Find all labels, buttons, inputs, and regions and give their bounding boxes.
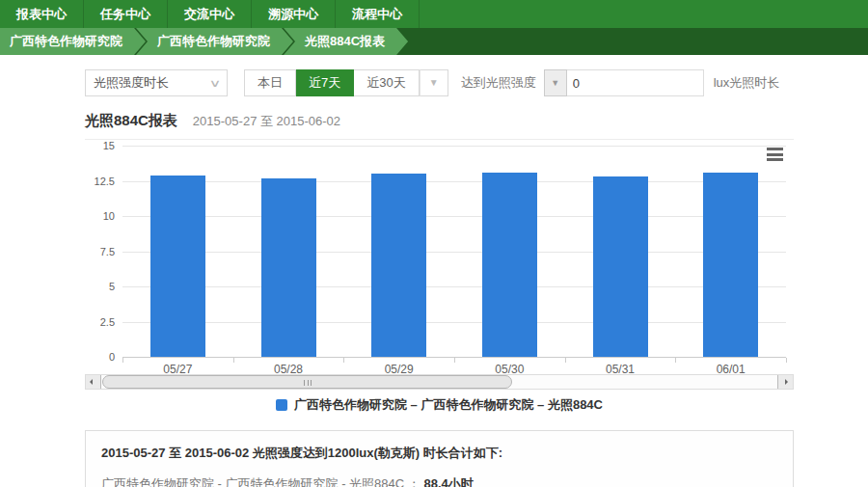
chart-horizontal-scrollbar[interactable]	[85, 374, 794, 390]
report-date-range: 2015-05-27 至 2015-06-02	[193, 113, 340, 130]
summary-heading: 2015-05-27 至 2015-06-02 光照强度达到1200lux(勒克…	[101, 445, 777, 462]
nav-item-communication-center[interactable]: 交流中心	[168, 0, 252, 28]
y-gridline	[122, 322, 786, 323]
chart-legend-item[interactable]: 广西特色作物研究院 – 广西特色作物研究院 – 光照884C	[85, 396, 794, 414]
threshold-input-group: ▼	[544, 69, 704, 96]
breadcrumb-item-institute[interactable]: 广西特色作物研究院	[0, 28, 146, 55]
nav-item-report-center[interactable]: 报表中心	[0, 0, 84, 28]
x-axis-tick	[786, 358, 787, 363]
legend-color-swatch	[276, 399, 287, 411]
summary-total-value: 88.4小时	[423, 476, 473, 487]
report-type-select[interactable]: 光照强度时长 ∨	[85, 69, 228, 96]
bar-05/27	[150, 176, 205, 357]
scrollbar-grip-icon	[304, 380, 312, 386]
breadcrumb: 广西特色作物研究院 广西特色作物研究院 光照884C报表	[0, 28, 868, 55]
nav-item-task-center[interactable]: 任务中心	[84, 0, 168, 28]
range-button-today[interactable]: 本日	[244, 69, 296, 96]
bar-05/30	[482, 173, 537, 357]
y-axis-tick-label: 0	[86, 351, 115, 363]
y-gridline	[122, 181, 786, 182]
scrollbar-right-arrow-button[interactable]	[777, 375, 793, 389]
y-gridline	[122, 146, 786, 147]
x-axis-label: 05/30	[454, 363, 565, 376]
x-axis-label: 06/01	[675, 363, 786, 376]
chevron-down-icon: ∨	[209, 77, 222, 90]
threshold-label: 达到光照强度	[461, 74, 536, 92]
filter-toolbar: 光照强度时长 ∨ 本日 近7天 近30天 ▼ 达到光照强度 ▼ lux光照时长	[85, 69, 868, 96]
summary-panel: 2015-05-27 至 2015-06-02 光照强度达到1200lux(勒克…	[85, 430, 794, 487]
y-axis-tick-label: 10	[86, 210, 115, 222]
y-gridline	[122, 252, 786, 253]
range-button-last7days[interactable]: 近7天	[296, 69, 354, 96]
light-duration-bar-chart: 广西特色作物研究院 – 广西特色作物研究院 – 光照884C 02.557.51…	[85, 139, 794, 420]
legend-series-label: 广西特色作物研究院 – 广西特色作物研究院 – 光照884C	[294, 396, 603, 414]
y-gridline	[122, 286, 786, 287]
scrollbar-thumb[interactable]	[102, 375, 512, 389]
nav-item-traceability-center[interactable]: 溯源中心	[252, 0, 336, 28]
y-axis-tick-label: 15	[86, 140, 115, 151]
breadcrumb-item-institute-2[interactable]: 广西特色作物研究院	[136, 28, 293, 55]
chart-export-menu-button[interactable]	[767, 148, 783, 161]
nav-item-process-center[interactable]: 流程中心	[336, 0, 420, 28]
x-axis-label: 05/27	[122, 363, 233, 376]
threshold-dropdown-button[interactable]: ▼	[544, 69, 567, 96]
bar-05/29	[371, 174, 426, 357]
threshold-value-input[interactable]	[567, 69, 704, 96]
breadcrumb-item-report[interactable]: 光照884C报表	[284, 28, 408, 55]
date-range-button-group: 本日 近7天 近30天 ▼	[244, 69, 448, 96]
bar-06/01	[703, 173, 758, 357]
x-axis-label: 05/29	[343, 363, 454, 376]
y-gridline	[122, 216, 786, 217]
y-axis-tick-label: 2.5	[86, 316, 115, 328]
range-button-last30days[interactable]: 近30天	[354, 69, 419, 96]
y-axis-tick-label: 7.5	[86, 246, 115, 257]
bar-05/31	[593, 176, 648, 357]
scrollbar-left-arrow-button[interactable]	[86, 375, 101, 389]
bar-05/28	[261, 178, 316, 357]
x-axis-label: 05/31	[565, 363, 676, 376]
report-title-row: 光照884C报表 2015-05-27 至 2015-06-02	[85, 112, 868, 130]
y-axis-tick-label: 12.5	[86, 176, 115, 187]
summary-total-row: 广西特色作物研究院 - 广西特色作物研究院 - 光照884C ： 88.4小时	[101, 475, 777, 487]
top-navigation-bar: 报表中心 任务中心 交流中心 溯源中心 流程中心	[0, 0, 868, 28]
threshold-suffix-label: lux光照时长	[714, 74, 780, 92]
range-more-dropdown-button[interactable]: ▼	[420, 69, 448, 96]
x-axis-label: 05/28	[233, 363, 344, 376]
summary-series-label: 广西特色作物研究院 - 广西特色作物研究院 - 光照884C ：	[101, 476, 420, 487]
y-axis-tick-label: 5	[86, 281, 115, 292]
page-title: 光照884C报表	[85, 112, 177, 130]
report-type-select-value: 光照强度时长	[94, 74, 211, 92]
